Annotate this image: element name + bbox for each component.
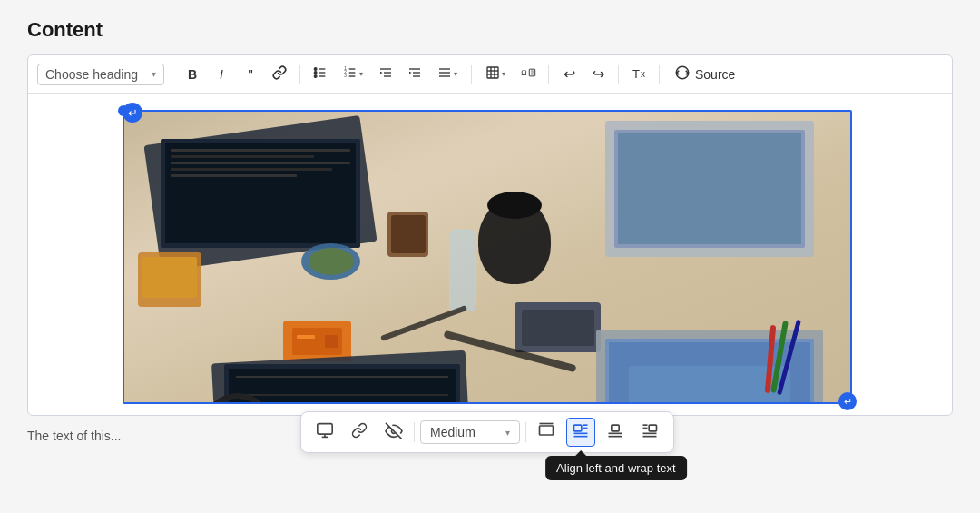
outdent-button[interactable] <box>373 62 398 87</box>
svg-rect-43 <box>612 425 619 431</box>
redo-button[interactable]: ↪ <box>585 62 611 87</box>
toolbar-separator-2 <box>299 65 300 84</box>
tooltip-text: Align left and wrap text <box>556 461 676 475</box>
align-right-wrap-button[interactable] <box>635 418 664 447</box>
bullet-list-icon <box>313 65 328 83</box>
remove-format-button[interactable]: Tx <box>626 62 652 87</box>
align-right-wrap-icon <box>641 421 659 443</box>
outdent-icon <box>378 65 393 83</box>
remove-format-icon: Tx <box>632 67 645 81</box>
source-icon <box>674 64 691 84</box>
align-center-nowrap-icon <box>537 421 555 443</box>
svg-text:3: 3 <box>344 74 347 78</box>
svg-point-31 <box>676 66 689 79</box>
redo-icon: ↪ <box>593 65 604 83</box>
heading-select[interactable]: Choose heading ▾ <box>37 64 164 85</box>
indent-button[interactable] <box>402 62 427 87</box>
image-link-button[interactable] <box>345 418 374 447</box>
image-toolbar: Medium ▾ <box>300 411 674 453</box>
italic-icon: I <box>220 67 223 82</box>
svg-rect-38 <box>574 425 582 431</box>
align-center-nowrap-button[interactable] <box>532 418 561 447</box>
editor-content[interactable]: ↵ <box>28 94 952 415</box>
align-left-wrap-button[interactable]: Align left and wrap text <box>566 418 595 447</box>
toolbar-separator-3 <box>471 65 472 84</box>
chevron-down-icon: ▾ <box>505 428 510 438</box>
table-icon <box>485 65 500 83</box>
svg-text:Ω: Ω <box>521 69 526 77</box>
toolbar-separator-5 <box>618 65 619 84</box>
size-select[interactable]: Medium ▾ <box>420 420 520 444</box>
align-center-button[interactable] <box>601 418 630 447</box>
svg-rect-21 <box>487 67 498 78</box>
chevron-down-icon: ▾ <box>502 70 505 78</box>
chevron-down-icon: ▾ <box>359 70 363 78</box>
svg-rect-46 <box>649 425 656 431</box>
chevron-down-icon: ▾ <box>454 70 457 78</box>
resize-handle-bottom-right[interactable]: ↵ <box>838 392 857 410</box>
align-left-wrap-icon <box>572 421 590 443</box>
italic-button[interactable]: I <box>209 62 234 87</box>
link-icon <box>351 422 368 442</box>
image-block[interactable]: ↵ <box>122 110 852 406</box>
special-chars-icon: Ω <box>520 65 536 83</box>
source-label: Source <box>695 67 735 82</box>
svg-rect-36 <box>540 426 554 435</box>
enter-handle-top: ↵ <box>122 103 142 123</box>
svg-point-4 <box>314 72 317 74</box>
toolbar-separator-4 <box>548 65 549 84</box>
ordered-list-button[interactable]: 1 2 3 ▾ <box>337 62 369 87</box>
size-select-value: Medium <box>430 425 475 439</box>
bullet-list-button[interactable] <box>308 62 333 87</box>
image-display-button[interactable] <box>310 418 339 447</box>
page-title: Content <box>27 18 953 42</box>
blockquote-button[interactable]: " <box>238 62 263 87</box>
bold-button[interactable]: B <box>180 62 205 87</box>
toolbar-separator-1 <box>172 65 172 84</box>
link-icon <box>272 65 287 83</box>
align-button[interactable]: ▾ <box>431 62 464 87</box>
image-alt-button[interactable] <box>379 418 408 447</box>
bold-icon: B <box>188 67 197 82</box>
align-icon <box>437 65 452 83</box>
align-center-icon <box>606 421 624 443</box>
image-toolbar-sep-2 <box>525 422 526 442</box>
enter-arrow-icon: ↵ <box>844 396 852 408</box>
toolbar-separator-6 <box>659 65 660 84</box>
link-button[interactable] <box>267 62 292 87</box>
svg-point-5 <box>314 75 317 78</box>
undo-icon: ↩ <box>564 65 575 83</box>
chevron-down-icon: ▾ <box>152 69 156 79</box>
ordered-list-icon: 1 2 3 <box>343 65 358 83</box>
tooltip: Align left and wrap text <box>545 456 687 480</box>
heading-select-label: Choose heading <box>45 67 138 82</box>
svg-point-3 <box>314 68 317 71</box>
svg-rect-32 <box>318 424 332 434</box>
indent-icon <box>407 65 422 83</box>
image-frame <box>122 110 852 404</box>
table-button[interactable]: ▾ <box>479 62 512 87</box>
blockquote-icon: " <box>248 68 253 81</box>
source-button[interactable]: Source <box>667 61 742 87</box>
image-toolbar-sep-1 <box>414 422 415 442</box>
undo-button[interactable]: ↩ <box>556 62 582 87</box>
special-chars-button[interactable]: Ω <box>515 62 541 87</box>
editor-toolbar: Choose heading ▾ B I " <box>28 55 952 94</box>
eye-slash-icon <box>385 422 403 442</box>
editor-container: Choose heading ▾ B I " <box>27 54 953 416</box>
monitor-icon <box>316 422 334 442</box>
